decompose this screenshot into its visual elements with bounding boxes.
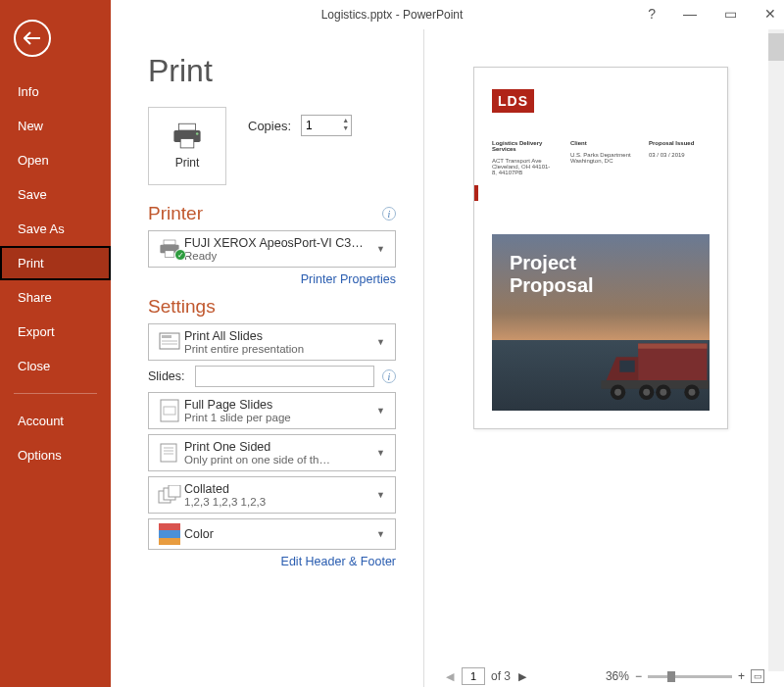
- print-button-label: Print: [175, 156, 200, 170]
- restore-button[interactable]: ▭: [724, 6, 737, 22]
- print-button[interactable]: Print: [148, 107, 226, 185]
- edit-header-footer-link[interactable]: Edit Header & Footer: [148, 555, 396, 568]
- printer-info-icon[interactable]: i: [382, 207, 396, 221]
- copies-down-icon[interactable]: ▼: [342, 124, 349, 132]
- window-title: Logistics.pptx - PowerPoint: [321, 8, 464, 22]
- layout-selector[interactable]: Full Page Slides Print 1 slide per page …: [148, 392, 396, 429]
- chevron-down-icon: ▼: [372, 529, 389, 539]
- slides-range-label: Slides:: [148, 369, 187, 383]
- svg-rect-21: [638, 344, 707, 349]
- slides-all-icon: [159, 332, 180, 352]
- sidebar-separator: [14, 393, 97, 394]
- collate-sub: 1,2,3 1,2,3 1,2,3: [184, 496, 372, 508]
- collate-selector[interactable]: Collated 1,2,3 1,2,3 1,2,3 ▼: [148, 476, 396, 514]
- sidebar-item-account[interactable]: Account: [0, 404, 111, 438]
- backstage-sidebar: InfoNewOpenSaveSave AsPrintShareExportCl…: [0, 0, 111, 687]
- chevron-down-icon: ▼: [372, 244, 389, 254]
- sidebar-item-save[interactable]: Save: [0, 177, 111, 212]
- collate-title: Collated: [184, 482, 372, 496]
- chevron-down-icon: ▼: [372, 448, 389, 458]
- svg-rect-6: [165, 251, 174, 258]
- print-what-selector[interactable]: Print All Slides Print entire presentati…: [148, 323, 396, 361]
- copies-label: Copies:: [248, 119, 291, 133]
- sidebar-item-options[interactable]: Options: [0, 438, 111, 472]
- printer-selector[interactable]: ✓ FUJI XEROX ApeosPort-VI C3… Ready ▼: [148, 230, 396, 268]
- svg-point-27: [643, 389, 650, 396]
- close-button[interactable]: ✕: [764, 6, 776, 22]
- prev-page-button[interactable]: ◀: [444, 670, 456, 683]
- zoom-fit-button[interactable]: ▭: [751, 669, 764, 683]
- sidebar-item-save-as[interactable]: Save As: [0, 212, 111, 246]
- svg-rect-2: [180, 139, 194, 148]
- collated-icon: [158, 485, 181, 505]
- sidebar-item-print[interactable]: Print: [0, 246, 111, 280]
- preview-scrollbar[interactable]: [768, 29, 784, 671]
- svg-rect-0: [179, 123, 196, 130]
- svg-rect-8: [162, 335, 172, 338]
- copies-stepper[interactable]: ▲▼: [301, 115, 352, 136]
- settings-section-title: Settings: [148, 296, 216, 318]
- svg-point-29: [660, 389, 666, 396]
- copies-input[interactable]: [306, 119, 335, 132]
- sides-title: Print One Sided: [184, 440, 372, 454]
- svg-rect-19: [169, 485, 180, 497]
- printer-name: FUJI XEROX ApeosPort-VI C3…: [184, 236, 372, 250]
- full-page-icon: [160, 399, 179, 422]
- sides-sub: Only print on one side of th…: [184, 454, 372, 466]
- copies-up-icon[interactable]: ▲: [342, 117, 349, 124]
- svg-rect-9: [162, 340, 177, 342]
- layout-title: Full Page Slides: [184, 398, 372, 412]
- svg-rect-12: [164, 407, 175, 415]
- sidebar-item-close[interactable]: Close: [0, 349, 111, 383]
- slides-info-icon[interactable]: i: [382, 369, 396, 383]
- preview-footer: ◀ of 3 ▶ 36% − + ▭: [444, 665, 764, 687]
- sidebar-item-info[interactable]: Info: [0, 74, 111, 109]
- page-number-input[interactable]: [462, 667, 485, 685]
- layout-sub: Print 1 slide per page: [184, 412, 372, 423]
- zoom-slider[interactable]: [648, 675, 732, 678]
- print-settings-pane: Print Print Copies: ▲▼ Printer: [111, 29, 424, 687]
- print-what-title: Print All Slides: [184, 329, 372, 343]
- color-selector[interactable]: Color ▼: [148, 518, 396, 550]
- printer-properties-link[interactable]: Printer Properties: [148, 272, 396, 286]
- slides-range-input[interactable]: [195, 366, 374, 387]
- print-what-sub: Print entire presentation: [184, 343, 372, 355]
- one-sided-icon: [159, 442, 180, 464]
- svg-rect-10: [162, 343, 177, 345]
- minimize-button[interactable]: —: [683, 6, 697, 22]
- sidebar-item-share[interactable]: Share: [0, 280, 111, 315]
- zoom-percent: 36%: [606, 669, 629, 683]
- color-swatch-icon: [159, 523, 180, 545]
- sidebar-item-open[interactable]: Open: [0, 143, 111, 177]
- svg-rect-13: [161, 444, 176, 462]
- printer-ready-icon: ✓: [174, 249, 186, 261]
- next-page-button[interactable]: ▶: [516, 670, 528, 683]
- printer-section-title: Printer: [148, 203, 203, 224]
- preview-logo-badge: LDS: [492, 89, 534, 113]
- printer-icon: [171, 123, 204, 150]
- truck-icon: [598, 336, 710, 405]
- sidebar-item-export[interactable]: Export: [0, 315, 111, 349]
- back-arrow-icon: [24, 31, 41, 45]
- sidebar-item-new[interactable]: New: [0, 109, 111, 143]
- sides-selector[interactable]: Print One Sided Only print on one side o…: [148, 434, 396, 471]
- titlebar: Logistics.pptx - PowerPoint ? — ▭ ✕: [0, 0, 784, 29]
- svg-rect-4: [164, 240, 175, 245]
- help-icon[interactable]: ?: [648, 6, 656, 22]
- print-preview-pane: LDS Logistics Delivery ServicesACT Trans…: [424, 29, 784, 687]
- printer-status: Ready: [184, 250, 372, 262]
- svg-point-25: [614, 389, 621, 396]
- svg-rect-22: [619, 361, 634, 372]
- preview-page: LDS Logistics Delivery ServicesACT Trans…: [473, 67, 728, 429]
- svg-point-3: [196, 132, 199, 135]
- preview-hero: ProjectProposal: [492, 234, 710, 411]
- zoom-in-button[interactable]: +: [738, 669, 745, 683]
- page-total-label: of 3: [491, 669, 511, 683]
- page-title: Print: [148, 53, 396, 89]
- zoom-out-button[interactable]: −: [635, 669, 642, 683]
- preview-accent-bar: [474, 185, 478, 201]
- svg-rect-20: [638, 344, 707, 381]
- svg-point-31: [689, 389, 696, 396]
- color-title: Color: [184, 527, 372, 541]
- chevron-down-icon: ▼: [372, 337, 389, 347]
